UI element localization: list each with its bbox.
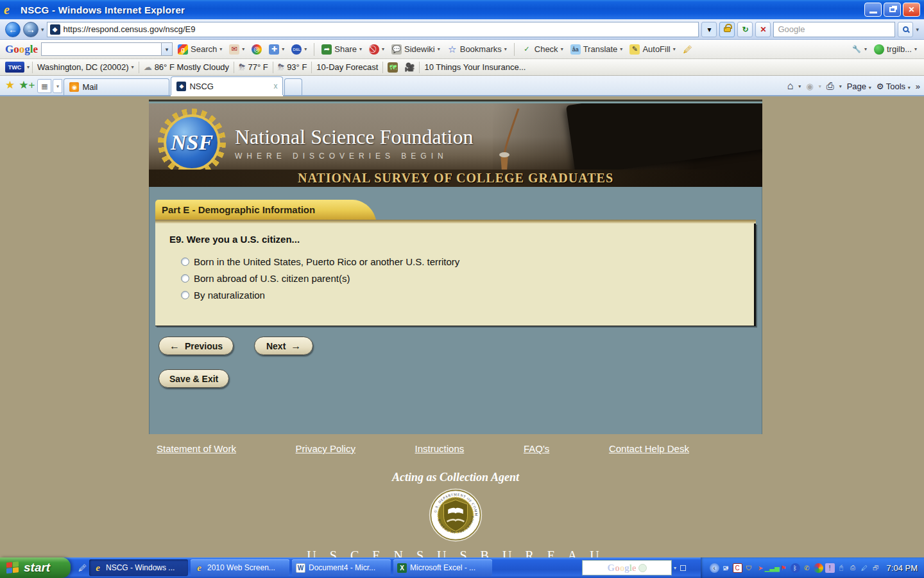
- tray-clock-sync-icon[interactable]: ‹: [710, 563, 719, 573]
- bookmarks-button[interactable]: ☆Bookmarks▾: [445, 43, 509, 56]
- favorites-button[interactable]: ★: [5, 78, 15, 92]
- add-tools-button[interactable]: ✚▾: [267, 43, 286, 56]
- home-dropdown[interactable]: ▾: [798, 83, 801, 89]
- print-dropdown[interactable]: ▾: [839, 83, 842, 89]
- tab-close-icon[interactable]: x: [273, 82, 277, 91]
- tray-signal-icon[interactable]: ▁▃▅: [767, 563, 777, 573]
- link-contact-help-desk[interactable]: Contact Help Desk: [609, 443, 689, 454]
- current-conditions[interactable]: ☁86° F Mostly Cloudy: [142, 61, 231, 73]
- sidewiki-button[interactable]: 💬Sidewiki▾: [389, 43, 442, 56]
- ie-search-input[interactable]: Google: [773, 22, 895, 37]
- popup-blocker-button[interactable]: ⃠▾: [367, 43, 386, 56]
- tab-mail[interactable]: ◉ Mail: [64, 78, 169, 95]
- save-exit-button[interactable]: Save & Exit: [158, 369, 229, 388]
- twc-dropdown[interactable]: ▾: [27, 64, 30, 70]
- minimize-button[interactable]: [864, 3, 882, 17]
- tray-swirl-icon[interactable]: [814, 563, 823, 573]
- tray-printer-error-icon[interactable]: ⎙: [848, 563, 858, 573]
- highlighter-icon: 🖉: [683, 44, 693, 55]
- radio-button[interactable]: [181, 274, 189, 283]
- autofill-button[interactable]: ✎AutoFill▾: [628, 43, 677, 56]
- tray-bluetooth-icon[interactable]: ᛒ: [791, 563, 800, 573]
- page-menu[interactable]: Page ▾: [847, 82, 871, 91]
- weather-toolbar: TWC ▾ Washington, DC (20002)▾ ☁86° F Mos…: [0, 59, 924, 76]
- option-row[interactable]: Born abroad of U.S. citizen parent(s): [181, 273, 740, 284]
- print-button[interactable]: ⎙: [826, 80, 834, 92]
- new-tab-stub[interactable]: [284, 78, 302, 95]
- refresh-button[interactable]: ↻: [737, 22, 753, 37]
- address-input[interactable]: ◆ https://respond.census.gov/nscg/E9: [47, 22, 699, 37]
- taskbar-button-word[interactable]: W Document4 - Micr...: [292, 559, 391, 576]
- quick-launch-icon[interactable]: 🖉: [78, 563, 87, 573]
- tools-menu[interactable]: ⚙ Tools ▾: [877, 82, 911, 91]
- share-button[interactable]: ➦Share▾: [320, 43, 364, 56]
- spellcheck-button[interactable]: ✓Check▾: [520, 43, 565, 56]
- tray-pen-icon[interactable]: 🖊: [860, 563, 869, 573]
- nsf-logo: NSF: [158, 109, 226, 177]
- tray-mouse-icon[interactable]: 🖰: [837, 563, 846, 573]
- search-go-button[interactable]: [898, 22, 913, 37]
- taskbar-button-excel[interactable]: X Microsoft Excel - ...: [393, 559, 492, 576]
- start-button[interactable]: start: [0, 557, 71, 578]
- address-toolbar: ← → ▾ ◆ https://respond.census.gov/nscg/…: [0, 19, 924, 40]
- radar-map-button[interactable]: 🗺: [386, 61, 400, 74]
- tray-display-icon[interactable]: 🗗: [871, 563, 881, 573]
- history-dropdown[interactable]: ▾: [41, 26, 44, 33]
- video-button[interactable]: 🎥: [402, 61, 416, 74]
- stop-button[interactable]: ✕: [755, 22, 771, 37]
- tray-flag-icon[interactable]: ⚑: [779, 563, 789, 573]
- option-row[interactable]: By naturalization: [181, 290, 740, 301]
- google-search-button[interactable]: g Search▾: [176, 43, 224, 56]
- highlighter-button[interactable]: 🖉: [681, 43, 695, 56]
- high-temp[interactable]: ⛈93° F: [276, 61, 309, 74]
- dell-button[interactable]: D&L▾: [289, 43, 309, 56]
- link-privacy-policy[interactable]: Privacy Policy: [296, 443, 355, 454]
- toolbar-settings-button[interactable]: 🔧▾: [850, 43, 869, 56]
- news-button[interactable]: ✉▾: [227, 43, 246, 56]
- google-deskbar[interactable]: Google: [582, 560, 672, 575]
- forecast-link[interactable]: 10-Day Forecast: [314, 61, 380, 73]
- address-dropdown[interactable]: ▾: [701, 22, 717, 37]
- tray-phone-icon[interactable]: ✆: [802, 563, 812, 573]
- tab-nscg-active[interactable]: ◆ NSCG x: [171, 76, 283, 95]
- link-statement-of-work[interactable]: Statement of Work: [157, 443, 236, 454]
- taskbar-button-nscg[interactable]: e NSCG - Windows ...: [89, 559, 188, 576]
- security-lock-icon[interactable]: [719, 22, 735, 37]
- low-temp[interactable]: ⛈77° F: [237, 61, 270, 74]
- account-button[interactable]: trgilb...▾: [872, 43, 919, 56]
- tray-network-icon[interactable]: 🖳: [721, 563, 731, 573]
- next-button[interactable]: Next →: [254, 337, 313, 355]
- tray-security-shield-icon[interactable]: 🛡: [744, 563, 754, 573]
- home-button[interactable]: ⌂: [787, 80, 794, 92]
- translate-button[interactable]: åaTranslate▾: [569, 43, 625, 56]
- games-button[interactable]: ◎: [250, 43, 264, 56]
- option-row[interactable]: Born in the United States, Puerto Rico o…: [181, 256, 740, 267]
- tray-copyright-icon[interactable]: C: [733, 563, 742, 573]
- restore-button[interactable]: [884, 3, 901, 17]
- add-favorite-button[interactable]: ★+: [19, 78, 35, 92]
- quick-tabs-button[interactable]: ▦: [37, 79, 51, 93]
- link-faqs[interactable]: FAQ's: [524, 443, 549, 454]
- radio-button[interactable]: [181, 258, 189, 266]
- google-search-dropdown[interactable]: ▾: [161, 43, 172, 55]
- radio-button[interactable]: [181, 291, 189, 299]
- taskbar-button-web-screen[interactable]: e 2010 Web Screen...: [191, 559, 289, 576]
- tray-alert-icon[interactable]: !: [825, 563, 835, 573]
- close-button[interactable]: ✕: [903, 3, 920, 17]
- tab-list-dropdown[interactable]: ▾: [53, 79, 62, 93]
- previous-button[interactable]: ← Previous: [158, 337, 234, 355]
- twc-logo[interactable]: TWC: [5, 62, 24, 73]
- news-headline-link[interactable]: 10 Things Your Insurance...: [422, 61, 527, 73]
- location-selector[interactable]: Washington, DC (20002)▾: [35, 61, 136, 73]
- toolbar-overflow-chevron[interactable]: »: [916, 82, 920, 91]
- tray-arrow-icon[interactable]: ➤: [756, 563, 766, 573]
- search-options-dropdown[interactable]: ▾: [916, 26, 919, 33]
- deskbar-restore-icon[interactable]: [680, 565, 686, 571]
- deskbar-search-icon[interactable]: [638, 564, 647, 572]
- forward-button[interactable]: →: [23, 22, 38, 37]
- feeds-button[interactable]: ◉: [806, 82, 813, 91]
- deskbar-dropdown[interactable]: ▾: [674, 565, 676, 571]
- google-search-input[interactable]: ▾: [41, 42, 173, 56]
- link-instructions[interactable]: Instructions: [415, 443, 465, 454]
- back-button[interactable]: ←: [5, 22, 21, 37]
